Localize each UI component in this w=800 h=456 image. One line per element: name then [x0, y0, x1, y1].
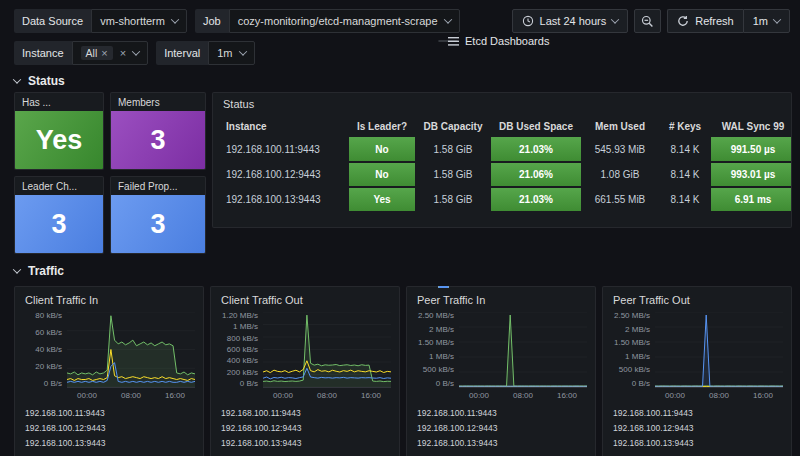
instance-chip-label: All	[86, 47, 98, 59]
panel-title[interactable]: Failed Prop...	[111, 177, 205, 195]
column-header[interactable]: Is Leader?	[349, 115, 415, 137]
y-axis-tick: 1.50 MB/s	[614, 339, 650, 347]
legend-series-label: 192.168.100.11:9443	[25, 408, 105, 418]
datasource-select[interactable]: vm-shortterm	[91, 9, 187, 33]
panel-title[interactable]: Status	[213, 93, 791, 115]
panel-title[interactable]: Has ...	[15, 93, 103, 111]
remove-value-icon[interactable]: ×	[101, 48, 107, 59]
clear-all-icon[interactable]: ×	[120, 48, 126, 59]
zoom-out-button[interactable]	[634, 9, 661, 33]
panel-title[interactable]: Client Traffic In	[23, 294, 195, 312]
panel-title[interactable]: Leader Ch...	[15, 177, 103, 195]
refresh-button[interactable]: Refresh	[667, 9, 743, 33]
x-axis: 00:0008:0016:00	[263, 388, 391, 402]
chevron-down-icon	[171, 15, 179, 23]
job-value: cozy-monitoring/etcd-managment-scrape	[238, 15, 438, 27]
chart-plot[interactable]	[67, 312, 195, 388]
legend-item[interactable]: 192.168.100.11:9443	[613, 405, 783, 420]
x-axis-tick: 16:00	[753, 391, 773, 402]
section-title: Traffic	[28, 264, 64, 278]
legend-item[interactable]: 192.168.100.13:9443	[613, 435, 783, 450]
legend-item[interactable]: 192.168.100.11:9443	[417, 405, 587, 420]
stat-panel-failed-proposals: Failed Prop... 3	[110, 176, 206, 254]
time-range-label: Last 24 hours	[540, 15, 607, 27]
cell-db-used: 21.03%	[491, 187, 581, 212]
cell-instance: 192.168.100.13:9443	[221, 187, 349, 212]
legend-item[interactable]: 192.168.100.12:9443	[417, 420, 587, 435]
x-axis-tick: 00:00	[665, 391, 685, 402]
cell-instance: 192.168.100.12:9443	[221, 162, 349, 187]
legend-item[interactable]: 192.168.100.13:9443	[221, 435, 391, 450]
legend-series-label: 192.168.100.13:9443	[25, 438, 105, 448]
y-axis: 2.50 MB/s2 MB/s1.50 MB/s1 MB/s500 kB/s0 …	[415, 312, 459, 388]
column-header[interactable]: # Keys	[659, 115, 711, 137]
panel-client-traffic-out: Client Traffic Out 1.20 MB/s1 MB/s800 kB…	[210, 286, 400, 456]
job-select[interactable]: cozy-monitoring/etcd-managment-scrape	[229, 9, 460, 33]
chevron-down-icon	[443, 15, 451, 23]
cell-keys: 8.14 K	[659, 187, 711, 212]
column-header[interactable]: WAL Sync 99	[711, 115, 792, 137]
x-axis-tick: 16:00	[361, 391, 381, 402]
grafana-etcd-dashboard: Data Source vm-shortterm Job cozy-monito…	[0, 0, 800, 456]
legend-item[interactable]: 192.168.100.13:9443	[417, 435, 587, 450]
column-header[interactable]: Mem Used	[581, 115, 659, 137]
chart-plot[interactable]	[459, 312, 587, 388]
legend-item[interactable]: 192.168.100.12:9443	[221, 420, 391, 435]
instance-select[interactable]: All × ×	[72, 41, 149, 65]
refresh-interval-select[interactable]: 1m	[743, 9, 790, 33]
chevron-down-icon	[132, 47, 140, 55]
cell-wal-sync: 993.01 µs	[711, 162, 792, 187]
etcd-dashboards-button[interactable]: Etcd Dashboards	[438, 40, 458, 42]
column-header[interactable]: Instance	[221, 115, 349, 137]
datasource-label: Data Source	[14, 9, 91, 33]
job-control: Job cozy-monitoring/etcd-managment-scrap…	[195, 9, 460, 33]
chevron-down-icon	[13, 265, 21, 273]
panel-title[interactable]: Peer Traffic In	[415, 294, 587, 312]
toolbar-right-group: Last 24 hours Refresh	[512, 9, 790, 33]
legend-series-label: 192.168.100.12:9443	[613, 423, 693, 433]
y-axis-tick: 2.50 MB/s	[614, 312, 650, 320]
x-axis-tick: 16:00	[165, 391, 185, 402]
y-axis-tick: 20 kB/s	[35, 363, 62, 371]
clock-icon	[522, 15, 534, 27]
legend-item[interactable]: 192.168.100.12:9443	[613, 420, 783, 435]
legend-item[interactable]: 192.168.100.11:9443	[221, 405, 391, 420]
y-axis-tick: 2 MB/s	[429, 326, 454, 334]
chart-plot[interactable]	[655, 312, 783, 388]
y-axis-tick: 40 kB/s	[35, 346, 62, 354]
panel-title[interactable]: Peer Traffic Out	[611, 294, 783, 312]
column-header[interactable]: DB Capacity	[415, 115, 491, 137]
y-axis-tick: 0 B/s	[632, 380, 650, 388]
cell-wal-sync: 6.91 ms	[711, 187, 792, 212]
x-axis-tick: 08:00	[709, 391, 729, 402]
time-range-picker[interactable]: Last 24 hours	[512, 9, 629, 33]
chevron-down-icon	[13, 75, 21, 83]
y-axis-tick: 800 kB/s	[227, 335, 258, 343]
section-header-traffic[interactable]: Traffic	[14, 264, 64, 278]
line-chart	[459, 312, 587, 387]
panel-title[interactable]: Client Traffic Out	[219, 294, 391, 312]
legend-item[interactable]: 192.168.100.11:9443	[25, 405, 195, 420]
x-axis: 00:0008:0016:00	[67, 388, 195, 402]
zoom-out-icon	[641, 15, 654, 28]
interval-label: Interval	[156, 41, 208, 65]
y-axis-tick: 1.50 MB/s	[418, 339, 454, 347]
instance-chip[interactable]: All ×	[81, 46, 113, 60]
cell-mem-used: 661.55 MiB	[581, 187, 659, 212]
chart-legend: 192.168.100.11:9443192.168.100.12:944319…	[23, 405, 195, 450]
stat-panel-leader-changes: Leader Ch... 3	[14, 176, 104, 254]
traffic-panels: Client Traffic In 80 kB/s60 kB/s40 kB/s2…	[14, 286, 792, 456]
table-row: 192.168.100.11:9443 No 1.58 GiB 21.03% 5…	[221, 137, 792, 162]
cell-is-leader: No	[349, 137, 415, 162]
column-header[interactable]: DB Used Space	[491, 115, 581, 137]
refresh-group: Refresh 1m	[667, 9, 790, 33]
x-axis: 00:0008:0016:00	[459, 388, 587, 402]
chart-plot[interactable]	[263, 312, 391, 388]
panel-title[interactable]: Members	[111, 93, 205, 111]
interval-select[interactable]: 1m	[208, 41, 254, 65]
legend-item[interactable]: 192.168.100.13:9443	[25, 435, 195, 450]
table-row: 192.168.100.12:9443 No 1.58 GiB 21.06% 1…	[221, 162, 792, 187]
section-header-status[interactable]: Status	[14, 74, 65, 88]
legend-item[interactable]: 192.168.100.12:9443	[25, 420, 195, 435]
line-chart	[263, 312, 391, 387]
